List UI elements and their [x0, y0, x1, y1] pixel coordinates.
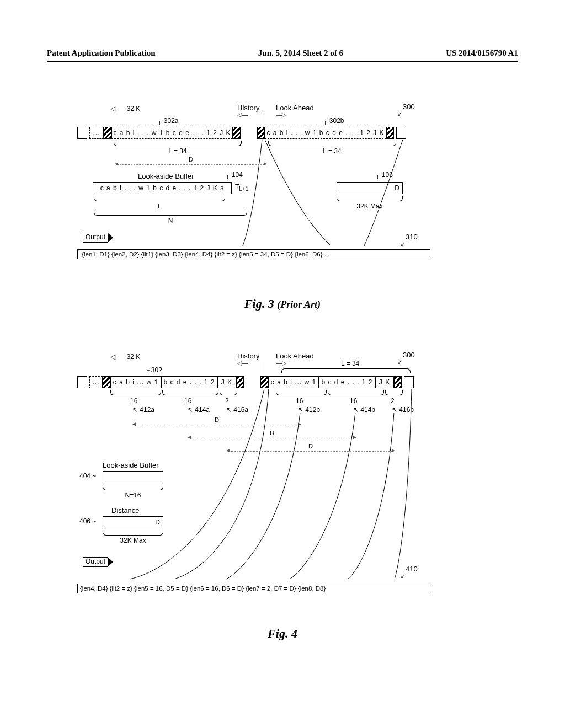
f4-seg-r1: c a b i ... w 1 [268, 376, 319, 388]
lookaside-row: c a b i . . . w 1 b c d e . . . 1 2 J K … [93, 182, 232, 194]
f4-brace-1 [110, 390, 161, 395]
f4-brace-2 [162, 390, 218, 395]
f4-output-text: {len4, D4} {lit2 = z} {len5 = 16, D5 = D… [77, 584, 430, 593]
brace-L: L [94, 196, 225, 210]
f4-hatch-2 [236, 376, 244, 388]
buf-left-open [77, 127, 87, 139]
f4-ref-416b: ↖ 416b [392, 406, 414, 414]
f4-output-label: Output [83, 557, 108, 567]
f4-lookaside-label: Look-aside Buffer [103, 461, 159, 469]
f4-ref-416a: ↖ 416a [226, 406, 248, 414]
f4-ref-302: ┌ 302 [145, 366, 162, 374]
f4-16-4: 16 [350, 397, 357, 405]
f4-brace-N16: N=16 [103, 485, 163, 499]
ref-310-arrow: ↙ [400, 240, 405, 248]
f4-distance-cell: D [103, 516, 163, 528]
f4-brace-3 [220, 390, 237, 395]
f4-hatch-3 [260, 376, 268, 388]
figure-3: — 32 K History Look Ahead ◁— —▷ 300 ↙ ┌ … [77, 105, 452, 314]
f4-lookahead-arrow: —▷ [276, 360, 286, 367]
f4-seg-l3: J K [217, 376, 236, 388]
f4-2-1: 2 [225, 397, 229, 405]
f4-brace-32kmax: 32K Max [103, 531, 163, 544]
f4-ref-406: 406 ~ [79, 517, 96, 525]
hatch-4 [386, 127, 394, 139]
ref-302b: ┌ 302b [323, 117, 344, 125]
f4-dim-D-2: D [190, 438, 354, 438]
f4-buf-open-right [404, 376, 414, 388]
divider-line [264, 114, 264, 140]
label-history: History [237, 104, 259, 112]
brace-L34-right: L = 34 [268, 141, 396, 155]
f4-ref-414b: ↖ 414b [353, 406, 375, 414]
figure-3-caption: Fig. 3 (Prior Art) [0, 297, 565, 311]
brace-32kmax: 32K Max [337, 196, 403, 210]
f4-lookaside-cell [103, 471, 163, 483]
f4-buf-open-left [77, 376, 87, 388]
f4-hatch-1 [103, 376, 110, 388]
f4-ref-300: 300 [403, 351, 415, 359]
ref-300-arrow: ↙ [397, 110, 402, 117]
buf-ellipsis: ... [89, 127, 104, 139]
ref-302a: ┌ 302a [157, 117, 179, 125]
f4-buf-ellipsis: ... [89, 376, 103, 388]
hatch-2 [233, 127, 241, 139]
distance-D-cell: D [337, 182, 403, 194]
header-right: US 2014/0156790 A1 [446, 49, 518, 58]
f4-ref-414a: ↖ 414a [188, 406, 210, 414]
f4-dim-D-1: D [135, 425, 299, 425]
ref-104: ┌ 104 [225, 171, 243, 179]
header-rule [47, 61, 518, 62]
f4-hatch-4 [394, 376, 402, 388]
header-center: Jun. 5, 2014 Sheet 2 of 6 [258, 49, 343, 58]
f4-seg-l2: b c d e . . . 1 2 [161, 376, 217, 388]
dim-D: D [117, 164, 265, 165]
hatch-1 [104, 127, 111, 139]
f4-history-arrow: ◁— [237, 360, 248, 367]
f4-16-1: 16 [130, 397, 137, 405]
ref-310: 310 [406, 233, 418, 241]
TL1: TL+1 [235, 183, 248, 192]
f4-lookaside-row [103, 471, 163, 483]
f4-label-history: History [237, 352, 259, 360]
fig3-buffer-row: ... c a b i . . . w 1 b c d e . . . 1 2 … [77, 127, 406, 139]
f4-ref-412a: ↖ 412a [132, 406, 154, 414]
header-left: Patent Application Publication [47, 49, 156, 58]
label-lookahead: Look Ahead [276, 104, 314, 112]
output-text: :{len1, D1} {len2, D2} {lit1} {len3, D3}… [77, 249, 430, 259]
buf-right-open [396, 127, 406, 139]
f4-ref-300-arrow: ↙ [397, 358, 402, 366]
lookaside-label: Look-aside Buffer [138, 172, 194, 180]
f4-seg-r2: b c d e . . . 1 2 [319, 376, 375, 388]
f4-16-2: 16 [184, 397, 191, 405]
f4-label-L34: L = 34 [341, 360, 359, 367]
distance-box: D [337, 182, 403, 194]
history-arrow: ◁— [237, 111, 248, 119]
f4-seg-r3: J K [375, 376, 394, 388]
f4-16-3: 16 [296, 397, 303, 405]
f4-ref-410: 410 [406, 565, 418, 573]
f4-brace-4 [276, 390, 327, 395]
figure-4-caption: Fig. 4 [0, 627, 565, 641]
f4-ref-404: 404 ~ [79, 472, 96, 480]
brace-L34-left: L = 34 [114, 141, 242, 155]
ref-300: 300 [403, 103, 415, 111]
label-32k: — 32 K [110, 105, 140, 113]
f4-2-2: 2 [391, 397, 395, 405]
figure-4: — 32 K History Look Ahead ◁— —▷ 300 ↙ ┌ … [77, 353, 452, 654]
lookahead-arrow: —▷ [276, 111, 286, 119]
ref-106: ┌ 106 [375, 171, 393, 179]
f4-label-lookahead: Look Ahead [276, 352, 314, 360]
f4-seg-l1: c a b i ... w 1 [110, 376, 161, 388]
f4-buffer-row: ... c a b i ... w 1 b c d e . . . 1 2 J … [77, 376, 414, 388]
buf-right-text: c a b i . . . w 1 b c d e . . . 1 2 J K [265, 127, 386, 139]
page-header: Patent Application Publication Jun. 5, 2… [0, 49, 565, 62]
buf-left-text: c a b i . . . w 1 b c d e . . . 1 2 J K [111, 127, 233, 139]
f4-ref-410-arrow: ↙ [400, 572, 405, 580]
f4-brace-6 [385, 390, 403, 395]
f4-distance-label: Distance [111, 506, 140, 515]
f4-ref-412b: ↖ 412b [298, 406, 320, 414]
output-label: Output [83, 233, 108, 243]
f4-dim-D-3: D [228, 451, 393, 452]
f4-divider-line [264, 362, 264, 388]
